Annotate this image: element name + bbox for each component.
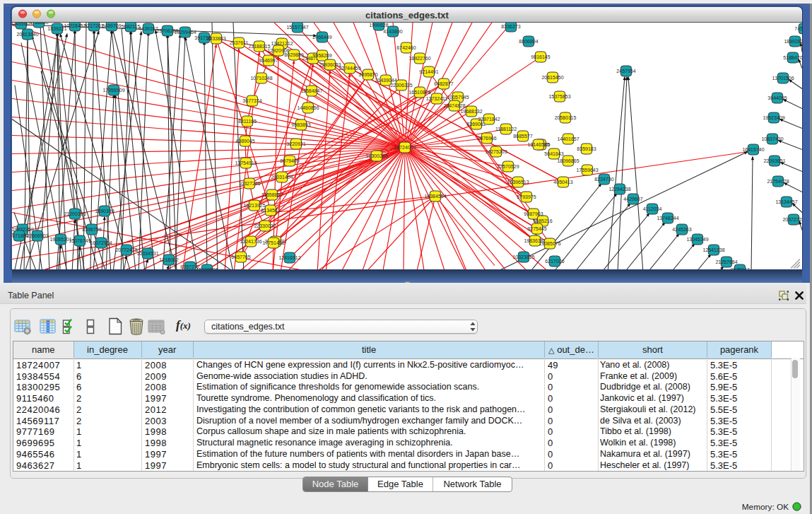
- svg-text:9983893: 9983893: [291, 122, 310, 127]
- svg-text:15375853: 15375853: [548, 94, 570, 99]
- svg-text:8336273: 8336273: [501, 24, 520, 29]
- svg-text:19085076: 19085076: [539, 241, 560, 246]
- svg-text:19384554: 19384554: [424, 194, 446, 199]
- svg-text:8029889: 8029889: [284, 52, 303, 57]
- svg-text:11881122: 11881122: [495, 127, 517, 132]
- svg-text:13241736: 13241736: [240, 239, 261, 244]
- svg-text:17559643: 17559643: [576, 168, 598, 173]
- svg-text:10837430: 10837430: [761, 136, 783, 141]
- svg-text:9217207: 9217207: [84, 23, 103, 28]
- svg-text:10228452: 10228452: [64, 23, 86, 28]
- svg-text:2457954: 2457954: [616, 69, 635, 74]
- svg-text:12294238: 12294238: [608, 187, 630, 192]
- svg-text:1999828: 1999828: [369, 23, 388, 28]
- svg-text:6742460: 6742460: [396, 45, 416, 50]
- svg-text:18300295: 18300295: [365, 153, 387, 158]
- svg-text:22330030: 22330030: [254, 223, 276, 228]
- svg-text:2876966: 2876966: [477, 136, 496, 141]
- svg-text:11584847: 11584847: [301, 88, 323, 93]
- svg-text:10323815: 10323815: [512, 255, 534, 259]
- svg-text:23971842: 23971842: [478, 117, 500, 122]
- svg-text:9275445: 9275445: [527, 226, 546, 231]
- svg-text:10327246: 10327246: [238, 181, 260, 186]
- svg-text:13045349: 13045349: [686, 237, 708, 242]
- svg-text:6217026: 6217026: [545, 259, 564, 264]
- svg-text:16396513: 16396513: [507, 180, 529, 185]
- svg-text:19688132: 19688132: [460, 109, 482, 114]
- svg-text:20772475: 20772475: [115, 247, 137, 252]
- svg-text:8369062: 8369062: [466, 122, 486, 127]
- svg-text:9816145: 9816145: [531, 54, 550, 59]
- svg-text:13754919: 13754919: [235, 160, 257, 165]
- svg-text:4389045: 4389045: [235, 139, 254, 144]
- svg-text:8489709: 8489709: [102, 23, 121, 28]
- svg-text:23936053: 23936053: [319, 62, 341, 67]
- svg-text:20615450: 20615450: [541, 75, 563, 80]
- svg-text:14401657: 14401657: [557, 136, 579, 141]
- svg-text:4050413: 4050413: [553, 180, 572, 185]
- svg-text:13732411: 13732411: [426, 96, 448, 101]
- svg-text:8359183: 8359183: [577, 146, 596, 151]
- svg-text:3677374: 3677374: [242, 98, 261, 103]
- svg-text:3220921: 3220921: [286, 141, 305, 146]
- svg-text:19523409: 19523409: [763, 115, 784, 120]
- svg-text:20813640: 20813640: [16, 32, 38, 37]
- svg-text:5793975: 5793975: [517, 194, 536, 199]
- svg-text:4735650: 4735650: [29, 23, 48, 25]
- svg-text:18096865: 18096865: [557, 158, 579, 163]
- svg-text:8224730: 8224730: [594, 177, 613, 182]
- svg-text:10710248: 10710248: [250, 76, 272, 81]
- svg-text:19299464: 19299464: [174, 30, 196, 35]
- svg-text:5641643: 5641643: [544, 151, 563, 156]
- svg-text:15180586: 15180586: [196, 267, 218, 270]
- svg-text:14275203: 14275203: [485, 149, 507, 154]
- svg-text:8646997: 8646997: [259, 58, 278, 63]
- svg-text:3333883: 3333883: [206, 36, 225, 41]
- svg-text:21439044: 21439044: [375, 78, 396, 83]
- svg-text:5685216: 5685216: [533, 218, 552, 223]
- svg-text:10057945: 10057945: [447, 95, 469, 100]
- svg-text:22474828: 22474828: [443, 103, 465, 108]
- svg-text:1890399: 1890399: [95, 209, 114, 214]
- svg-text:8685577: 8685577: [513, 134, 532, 139]
- svg-text:21200396: 21200396: [64, 211, 86, 216]
- svg-text:12416912: 12416912: [278, 255, 300, 260]
- svg-text:20580115: 20580115: [555, 115, 577, 120]
- svg-text:5188470: 5188470: [783, 55, 802, 60]
- svg-text:9875847: 9875847: [730, 267, 749, 270]
- svg-text:6457765: 6457765: [231, 255, 250, 259]
- svg-text:22093651: 22093651: [763, 158, 785, 163]
- svg-text:5682115: 5682115: [122, 24, 141, 29]
- svg-text:8811165: 8811165: [238, 119, 257, 124]
- svg-text:16415740: 16415740: [742, 147, 764, 152]
- svg-text:13134457: 13134457: [775, 199, 797, 204]
- svg-text:11558837: 11558837: [261, 192, 283, 197]
- svg-text:3644095: 3644095: [767, 95, 787, 100]
- svg-text:22744459: 22744459: [339, 66, 360, 71]
- svg-text:13146585: 13146585: [527, 142, 549, 147]
- svg-text:10334531: 10334531: [136, 251, 158, 256]
- svg-text:18724007: 18724007: [394, 145, 416, 150]
- svg-text:3395870: 3395870: [358, 72, 377, 77]
- svg-text:12541238: 12541238: [702, 247, 724, 252]
- svg-text:20031404: 20031404: [271, 175, 293, 180]
- svg-text:16213925: 16213925: [243, 203, 265, 208]
- svg-text:2537611: 2537611: [230, 40, 249, 45]
- svg-text:16510878: 16510878: [408, 90, 430, 95]
- svg-text:22570529: 22570529: [497, 164, 519, 169]
- svg-text:8134562: 8134562: [261, 208, 280, 213]
- svg-text:21754078: 21754078: [767, 179, 789, 184]
- svg-text:14460856: 14460856: [297, 105, 319, 110]
- svg-text:4143890: 4143890: [383, 29, 402, 34]
- svg-text:16072954: 16072954: [90, 240, 112, 245]
- svg-text:22306335: 22306335: [390, 83, 412, 88]
- svg-text:2066449: 2066449: [312, 35, 331, 40]
- svg-text:6482877: 6482877: [434, 81, 453, 86]
- svg-text:9958289: 9958289: [312, 53, 331, 58]
- svg-text:4439167: 4439167: [139, 26, 158, 31]
- svg-text:9214491: 9214491: [419, 69, 438, 74]
- svg-text:4245263: 4245263: [672, 227, 691, 232]
- svg-text:15076749: 15076749: [69, 238, 90, 243]
- svg-text:13701506: 13701506: [772, 76, 794, 81]
- svg-text:7452134: 7452134: [794, 26, 802, 31]
